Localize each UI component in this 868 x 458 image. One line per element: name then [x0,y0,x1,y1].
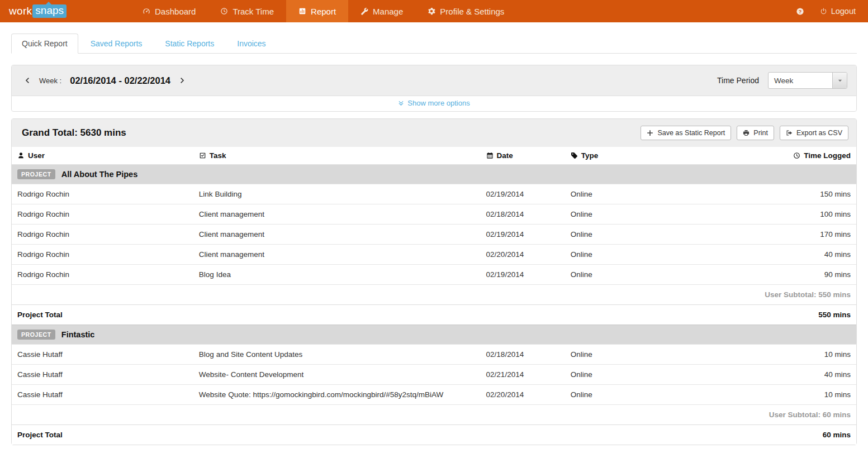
time-period-value: Week [769,77,832,85]
nav-item-label: Track Time [233,7,274,16]
time-period-group: Time Period Week [717,72,847,89]
filter-panel: Week : 02/16/2014 - 02/22/2014 Time Peri… [11,65,857,112]
logo-text-work: work [9,5,32,17]
caret-down-icon [832,73,847,88]
cell-date: 02/20/2014 [481,385,565,405]
cell-type: Online [565,265,730,285]
column-header-label: Task [210,151,226,160]
project-total-value: 60 mins [729,425,856,445]
next-week-button[interactable] [179,77,187,84]
column-header-date: Date [481,147,565,165]
cell-type: Online [565,345,730,365]
tab-quick-report[interactable]: Quick Report [11,34,78,54]
report-tabs: Quick ReportSaved ReportsStatic ReportsI… [11,34,857,54]
table-header-row: UserTaskDateTypeTime Logged [12,147,856,165]
table-row: Rodrigo RochinClient management02/20/201… [12,245,856,265]
column-header-type: Type [565,147,730,165]
project-total-row: Project Total550 mins [12,305,856,325]
cell-type: Online [565,184,730,204]
column-header-task: Task [193,147,481,165]
nav-item-label: Profile & Settings [440,7,504,16]
table-row: Cassie HutaffBlog and Site Content Updat… [12,345,856,365]
cell-time-logged: 90 mins [729,265,856,285]
save-as-static-report-button[interactable]: Save as Static Report [641,126,731,140]
tab-saved-reports[interactable]: Saved Reports [80,34,153,54]
week-selector-bar: Week : 02/16/2014 - 02/22/2014 Time Peri… [12,65,856,96]
table-row: Cassie HutaffWebsite Quote: https://gomo… [12,385,856,405]
show-more-options-link[interactable]: Show more options [398,99,469,107]
clock-icon [220,7,228,15]
nav-item-manage[interactable]: Manage [348,0,415,22]
project-header-row: PROJECTAll About The Pipes [12,165,856,184]
cell-task: Blog and Site Content Updates [193,345,481,365]
button-label: Print [753,129,768,137]
cell-date: 02/21/2014 [481,365,565,385]
cell-type: Online [565,385,730,405]
header-cell: User [17,151,188,160]
project-badge: PROJECT [17,330,55,340]
plus-icon [647,130,653,136]
cell-time-logged: 10 mins [729,345,856,365]
double-chevron-down-icon [398,100,404,106]
project-name: Fintastic [61,330,95,339]
header-cell: Time Logged [735,151,851,160]
table-row: Cassie HutaffWebsite- Content Developmen… [12,365,856,385]
export-icon [786,130,793,136]
header-cell: Date [486,151,559,160]
table-row: Rodrigo RochinLink Building02/19/2014Onl… [12,184,856,204]
report-header: Grand Total: 5630 mins Save as Static Re… [12,119,856,147]
export-as-csv-button[interactable]: Export as CSV [780,126,848,140]
user-icon [17,152,25,159]
main-nav: DashboardTrack TimeReportManageProfile &… [130,0,516,22]
cell-date: 02/19/2014 [481,225,565,245]
logout-button[interactable]: Logout [820,7,856,16]
worksnaps-logo[interactable]: work snaps [0,0,75,22]
cell-user: Rodrigo Rochin [12,184,193,204]
table-row: Rodrigo RochinClient management02/19/201… [12,225,856,245]
tab-static-reports[interactable]: Static Reports [154,34,225,54]
time-period-select[interactable]: Week [768,72,847,89]
cell-task: Website Quote: https://gomockingbird.com… [193,385,481,405]
table-row: Rodrigo RochinBlog Idea02/19/2014Online9… [12,265,856,285]
week-range: 02/16/2014 - 02/22/2014 [70,75,170,86]
header-cell: Task [199,151,475,160]
project-header-cell: PROJECTAll About The Pipes [12,165,856,184]
column-header-user: User [12,147,193,165]
nav-item-dashboard[interactable]: Dashboard [130,0,208,22]
project-total-value: 550 mins [729,305,856,325]
cell-date: 02/19/2014 [481,184,565,204]
tag-icon [571,152,578,159]
column-header-label: Date [497,151,513,160]
project-total-label: Project Total [12,425,729,445]
cell-time-logged: 40 mins [729,245,856,265]
nav-item-report[interactable]: Report [286,0,348,22]
power-icon [820,8,827,15]
printer-icon [743,130,750,136]
nav-item-label: Dashboard [155,7,196,16]
report-toolbar: Save as Static ReportPrintExport as CSV [641,126,848,140]
cell-user: Rodrigo Rochin [12,265,193,285]
nav-item-track-time[interactable]: Track Time [208,0,286,22]
column-header-time-logged: Time Logged [729,147,856,165]
print-button[interactable]: Print [737,126,774,140]
user-subtotal-row: User Subtotal: 550 mins [12,285,856,305]
cell-task: Website- Content Development [193,365,481,385]
cell-task: Blog Idea [193,265,481,285]
logo-text-snaps: snaps [32,4,67,18]
previous-week-button[interactable] [23,77,31,84]
show-more-bar: Show more options [12,96,856,111]
cell-date: 02/18/2014 [481,345,565,365]
cell-task: Link Building [193,184,481,204]
cell-date: 02/20/2014 [481,245,565,265]
nav-item-label: Report [311,7,336,16]
navbar-right: ? Logout [796,0,868,22]
logout-label: Logout [831,7,856,16]
report-panel: Grand Total: 5630 mins Save as Static Re… [11,118,857,445]
project-total-label: Project Total [12,305,729,325]
project-name: All About The Pipes [61,170,137,179]
help-icon[interactable]: ? [796,7,804,16]
column-header-label: User [28,151,45,160]
tab-invoices[interactable]: Invoices [226,34,276,54]
nav-item-profile-settings[interactable]: Profile & Settings [415,0,516,22]
project-total-row: Project Total60 mins [12,425,856,445]
